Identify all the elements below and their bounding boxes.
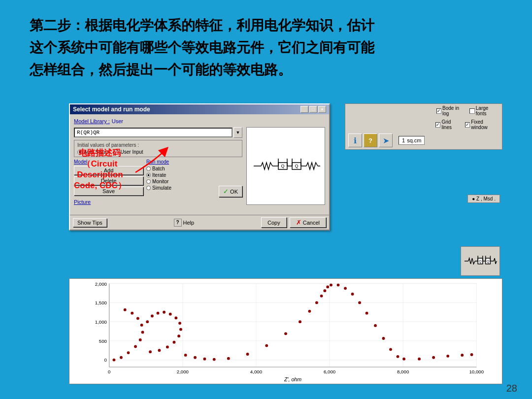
grid-lines-label: Grid lines <box>441 119 461 130</box>
annotation-line4: Code, CDC） <box>74 180 126 191</box>
arrow-icon-btn[interactable]: ➤ <box>379 133 393 147</box>
fixed-window-label: Fixed window <box>471 119 499 130</box>
cdc-input[interactable] <box>74 128 233 137</box>
svg-point-43 <box>139 338 142 341</box>
svg-point-76 <box>330 284 332 287</box>
dialog-title: Select model and run mode <box>73 106 150 113</box>
picture-link[interactable]: Picture <box>74 199 242 205</box>
picture-section: Picture <box>74 199 242 205</box>
svg-point-44 <box>141 331 144 334</box>
svg-text:8,000: 8,000 <box>397 369 409 374</box>
close-button[interactable]: × <box>318 106 326 113</box>
svg-point-69 <box>284 332 287 335</box>
svg-point-87 <box>418 358 421 361</box>
cdc-input-row: ▼ <box>74 127 242 138</box>
monitor-radio-dot[interactable] <box>146 179 151 184</box>
svg-point-60 <box>158 349 161 352</box>
annotation-line2: （Circuit <box>74 159 126 169</box>
right-panel-icons: ℹ ? ➤ 1 sq.cm <box>345 132 502 149</box>
svg-point-50 <box>151 315 154 318</box>
svg-point-42 <box>134 345 137 348</box>
svg-point-84 <box>389 348 392 351</box>
ok-button[interactable]: ✓ OK <box>219 186 242 197</box>
circuit-thumb-svg: Q Q <box>464 249 497 273</box>
svg-text:1,000: 1,000 <box>95 319 107 325</box>
right-panel-checkboxes2: ✓ Grid lines ✓ Fixed window <box>345 118 502 132</box>
svg-text:2,000: 2,000 <box>95 281 107 287</box>
minimize-button[interactable]: _ <box>300 106 308 113</box>
chart-area: 2,000 1,500 1,000 500 0 0 2,000 4,000 6,… <box>69 278 502 384</box>
svg-text:Q: Q <box>281 164 284 168</box>
sqcm-unit: sq.cm <box>407 137 421 143</box>
svg-point-46 <box>136 317 139 320</box>
svg-point-75 <box>326 286 329 289</box>
svg-point-82 <box>374 324 377 327</box>
dropdown-button[interactable]: ▼ <box>233 127 242 138</box>
main-text-line3: 怎样组合，然后提出一个可能的等效电路。 <box>30 59 502 81</box>
dialog-titlebar: Select model and run mode _ □ × <box>70 104 329 114</box>
grid-lines-checkbox[interactable]: ✓ Grid lines <box>435 119 461 130</box>
bode-in-log-label: Bode in log <box>442 105 466 116</box>
info-icon-btn[interactable]: ℹ <box>348 133 362 147</box>
bode-in-log-check[interactable]: ✓ <box>436 108 442 114</box>
annotation-block: 电路描述码 （Circuit Description Code, CDC） <box>74 148 126 191</box>
cancel-button[interactable]: ✗ Cancel <box>290 217 326 228</box>
svg-point-77 <box>337 284 340 287</box>
copy-button[interactable]: Copy <box>261 217 287 228</box>
simulate-radio-dot[interactable] <box>146 186 151 190</box>
simulate-label: Simulate <box>152 185 171 191</box>
svg-point-39 <box>113 359 116 362</box>
help-section[interactable]: ? Help <box>174 219 195 227</box>
annotation-arrow-svg <box>131 145 170 175</box>
svg-point-51 <box>157 312 160 315</box>
svg-point-56 <box>179 328 182 331</box>
svg-point-70 <box>299 320 301 323</box>
svg-point-88 <box>432 356 435 359</box>
svg-text:1,500: 1,500 <box>95 300 107 305</box>
svg-point-65 <box>213 358 216 361</box>
fixed-window-check[interactable]: ✓ <box>465 122 470 128</box>
question-icon-btn[interactable]: ? <box>364 133 377 147</box>
large-fonts-checkbox[interactable]: Large fonts <box>469 105 499 116</box>
simulate-radio[interactable]: Simulate <box>146 185 216 191</box>
svg-point-47 <box>131 312 133 315</box>
svg-text:2,000: 2,000 <box>177 369 189 374</box>
annotation-line3: Description <box>74 169 126 180</box>
impedance-chart-svg: 2,000 1,500 1,000 500 0 0 2,000 4,000 6,… <box>69 279 502 384</box>
svg-text:10,000: 10,000 <box>469 369 484 374</box>
svg-text:Q: Q <box>479 260 481 264</box>
large-fonts-check[interactable] <box>469 108 475 114</box>
svg-point-71 <box>308 310 311 313</box>
svg-point-85 <box>397 355 399 358</box>
svg-point-55 <box>178 322 181 325</box>
svg-point-48 <box>124 308 127 311</box>
svg-point-62 <box>184 354 187 357</box>
sqcm-display: 1 sq.cm <box>399 136 425 145</box>
svg-point-83 <box>382 337 385 340</box>
model-library-label[interactable]: Model Library : <box>74 118 110 124</box>
cancel-cross-icon: ✗ <box>296 219 301 226</box>
maximize-button[interactable]: □ <box>309 106 317 113</box>
monitor-label: Monitor <box>152 179 168 184</box>
svg-point-80 <box>358 301 361 304</box>
svg-point-57 <box>177 334 180 337</box>
model-library-value: User <box>112 118 123 124</box>
page-number: 28 <box>506 383 517 394</box>
svg-point-58 <box>173 341 176 344</box>
z-msd-badge: ● Z , Msd . <box>467 195 500 203</box>
fixed-window-checkbox[interactable]: ✓ Fixed window <box>465 119 499 130</box>
bode-in-log-checkbox[interactable]: ✓ Bode in log <box>436 105 466 116</box>
circuit-preview: Q Q <box>246 127 325 205</box>
svg-point-67 <box>246 353 249 356</box>
annotation-line1: 电路描述码 <box>74 148 126 159</box>
main-text-line1: 第二步：根据电化学体系的特征，利用电化学知识，估计 <box>30 15 502 37</box>
svg-point-54 <box>174 316 177 319</box>
grid-lines-check[interactable]: ✓ <box>435 122 440 128</box>
svg-point-74 <box>323 289 326 292</box>
svg-point-86 <box>402 358 405 361</box>
monitor-radio[interactable]: Monitor <box>146 179 216 184</box>
svg-point-52 <box>163 311 166 314</box>
svg-point-64 <box>203 358 206 361</box>
svg-point-81 <box>366 312 368 315</box>
show-tips-button[interactable]: Show Tips <box>73 218 107 227</box>
